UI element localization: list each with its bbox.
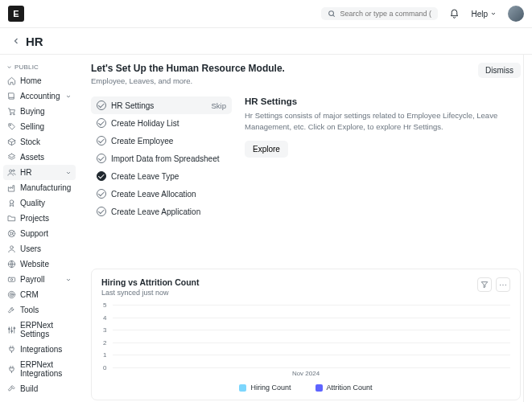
chart-legend: Hiring CountAttrition Count: [101, 384, 510, 392]
setup-subtitle: Employee, Leaves, and more.: [91, 76, 285, 85]
legend-swatch: [315, 384, 323, 392]
check-circle-icon: [97, 189, 106, 199]
sidebar-item-accounting[interactable]: Accounting: [3, 88, 76, 104]
sidebar-item-label: Support: [20, 229, 48, 238]
svg-point-3: [14, 113, 14, 114]
check-circle-icon: [97, 154, 106, 163]
sidebar-item-selling[interactable]: Selling: [3, 119, 76, 134]
step-label: HR Settings: [111, 101, 154, 110]
chart-plot: 012345: [113, 305, 510, 367]
setup-step[interactable]: Create Leave Type: [91, 167, 232, 185]
y-tick: 0: [103, 364, 106, 371]
setup-step[interactable]: Create Leave Allocation: [91, 185, 232, 203]
skip-link[interactable]: Skip: [212, 101, 226, 110]
main-content: Let's Set Up the Human Resource Module. …: [79, 55, 532, 402]
chart-filter-button[interactable]: [477, 277, 492, 292]
legend-item[interactable]: Attrition Count: [315, 384, 373, 392]
sidebar-item-label: Home: [20, 76, 42, 85]
help-menu[interactable]: Help: [471, 10, 497, 18]
sidebar-item-stock[interactable]: Stock: [3, 134, 76, 150]
sidebar-item-label: Payroll: [20, 275, 45, 284]
breadcrumb: HR: [0, 28, 532, 55]
chevron-down-icon: [65, 170, 72, 176]
setup-step[interactable]: Create Leave Application: [91, 203, 232, 220]
sidebar-item-assets[interactable]: Assets: [3, 150, 76, 165]
legend-item[interactable]: Hiring Count: [239, 384, 291, 392]
y-tick: 2: [103, 338, 106, 346]
svg-point-6: [10, 170, 12, 172]
plug-icon: [7, 365, 16, 374]
step-label: Create Leave Type: [111, 172, 179, 181]
sidebar-item-erpnext-settings[interactable]: ERPNext Settings: [3, 318, 76, 342]
sidebar-item-support[interactable]: Support: [3, 226, 76, 241]
chart-menu-button[interactable]: ⋯: [496, 277, 510, 292]
setup-step[interactable]: Create Holiday List: [91, 114, 232, 132]
avatar[interactable]: [508, 6, 524, 22]
sidebar-item-crm[interactable]: CRM: [3, 287, 76, 302]
wrench-icon: [7, 306, 16, 314]
sidebar-item-integrations[interactable]: Integrations: [3, 342, 76, 357]
target-icon: [7, 290, 16, 299]
sidebar-item-label: Tools: [20, 306, 39, 314]
y-tick: 1: [103, 351, 106, 359]
step-label: Import Data from Spreadsheet: [111, 154, 220, 163]
sidebar-item-label: Buying: [20, 107, 45, 116]
svg-line-1: [333, 15, 335, 17]
sidebar-item-label: Projects: [20, 214, 49, 223]
notifications-icon[interactable]: [449, 9, 460, 19]
cart-icon: [7, 107, 16, 116]
setup-step[interactable]: HR SettingsSkip: [91, 96, 232, 114]
sidebar-item-label: Selling: [20, 122, 44, 131]
search-input-wrap[interactable]: [321, 7, 438, 20]
step-label: Create Holiday List: [111, 119, 179, 128]
sidebar-item-quality[interactable]: Quality: [3, 195, 76, 211]
home-icon: [7, 76, 16, 85]
sidebar-item-payroll[interactable]: Payroll: [3, 272, 76, 287]
app-logo[interactable]: E: [8, 6, 24, 22]
sidebar-section-toggle[interactable]: PUBLIC: [3, 61, 76, 73]
sidebar-item-label: Quality: [20, 199, 45, 207]
badge-icon: [7, 199, 16, 207]
explore-button[interactable]: Explore: [245, 141, 288, 158]
chevron-down-icon: [490, 10, 497, 17]
sidebar-item-label: CRM: [20, 290, 39, 299]
sidebar-item-label: Users: [20, 244, 41, 253]
back-icon[interactable]: [11, 36, 21, 46]
svg-point-19: [8, 291, 14, 297]
step-label: Create Leave Allocation: [111, 190, 196, 199]
sidebar-item-hr[interactable]: HR: [3, 165, 76, 180]
sidebar-item-label: Accounting: [20, 92, 60, 100]
layers-icon: [7, 153, 16, 162]
svg-marker-28: [481, 282, 488, 288]
step-label: Create Employee: [111, 137, 173, 146]
sidebar-item-projects[interactable]: Projects: [3, 211, 76, 226]
sidebar-item-website[interactable]: Website: [3, 256, 76, 272]
sidebar-item-erpnext-integrations[interactable]: ERPNext Integrations: [3, 357, 76, 381]
chart-x-label: Nov 2024: [101, 370, 510, 377]
setup-step[interactable]: Import Data from Spreadsheet: [91, 150, 232, 167]
step-label: Create Leave Application: [111, 207, 200, 216]
legend-swatch: [239, 384, 246, 392]
sidebar-item-users[interactable]: Users: [3, 241, 76, 256]
check-circle-icon: [97, 100, 106, 110]
sidebar-item-label: Stock: [20, 137, 40, 146]
chevron-down-icon: [65, 93, 72, 100]
sidebar-item-home[interactable]: Home: [3, 73, 76, 88]
dismiss-button[interactable]: Dismiss: [478, 63, 521, 78]
sidebar-item-buying[interactable]: Buying: [3, 104, 76, 119]
book-icon: [7, 92, 16, 100]
plug-icon: [7, 345, 16, 354]
sidebar-item-manufacturing[interactable]: Manufacturing: [3, 180, 76, 195]
box-icon: [7, 137, 16, 146]
chart-subtitle: Last synced just now: [101, 289, 200, 297]
sidebar-item-build[interactable]: Build: [3, 381, 76, 396]
svg-marker-5: [8, 154, 14, 158]
users-icon: [7, 168, 16, 177]
setup-step[interactable]: Create Employee: [91, 132, 232, 150]
check-circle-icon: [97, 207, 106, 216]
search-input[interactable]: [340, 10, 431, 18]
globe-icon: [7, 260, 16, 269]
svg-point-21: [11, 294, 12, 295]
y-tick: 4: [103, 314, 106, 321]
sidebar-item-tools[interactable]: Tools: [3, 302, 76, 318]
